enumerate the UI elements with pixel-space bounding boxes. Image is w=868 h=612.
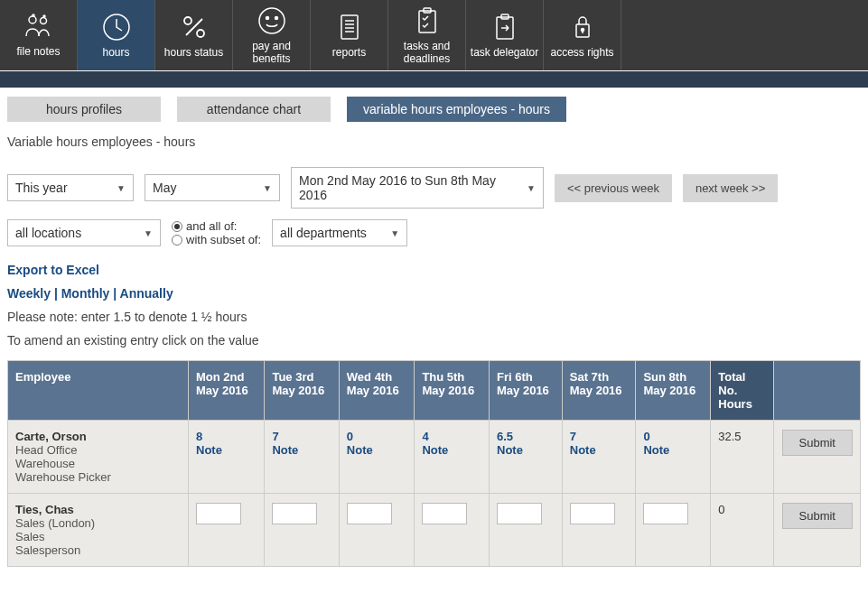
note-link[interactable]: Note — [347, 443, 407, 457]
employee-subline: Sales — [15, 530, 181, 543]
note-link[interactable]: Note — [196, 443, 257, 457]
nav-reports[interactable]: reports — [311, 0, 388, 70]
submit-button[interactable]: Submit — [782, 503, 853, 529]
hours-value[interactable]: 6.5 — [497, 430, 555, 443]
hours-cell: 0Note — [339, 421, 415, 494]
hours-cell — [490, 494, 563, 567]
prev-week-button[interactable]: << previous week — [555, 174, 672, 202]
hours-value[interactable]: 4 — [422, 430, 481, 443]
svg-point-5 — [184, 17, 191, 24]
col-employee: Employee — [8, 361, 189, 421]
submit-button[interactable]: Submit — [782, 430, 853, 456]
nav-pay-benefits[interactable]: pay and benefits — [233, 0, 311, 70]
col-total: Total No. Hours — [711, 361, 774, 421]
hours-value[interactable]: 7 — [272, 430, 331, 443]
sub-tabs: hours profiles attendance chart variable… — [0, 88, 868, 122]
hours-input[interactable] — [643, 503, 688, 524]
note-link[interactable]: Note — [643, 443, 703, 457]
hours-input[interactable] — [272, 503, 317, 524]
hours-value[interactable]: 8 — [196, 430, 257, 443]
radio-with-subset[interactable] — [172, 235, 182, 246]
year-select[interactable]: This year▼ — [7, 174, 134, 201]
page-title: Variable hours employees - hours — [7, 134, 861, 149]
svg-line-7 — [186, 19, 202, 35]
hours-cell — [562, 494, 636, 567]
filter-radio-group: and all of: with subset of: — [172, 219, 261, 246]
tab-variable-hours[interactable]: variable hours employees - hours — [347, 97, 566, 122]
export-excel-link[interactable]: Export to Excel — [7, 263, 99, 277]
hours-value[interactable]: 7 — [570, 430, 629, 443]
lock-icon — [569, 12, 596, 42]
chevron-down-icon: ▼ — [144, 228, 153, 238]
nav-hours[interactable]: hours — [78, 0, 155, 70]
submit-cell: Submit — [774, 421, 861, 494]
nav-access-rights[interactable]: access rights — [544, 0, 621, 70]
hours-value[interactable]: 0 — [347, 430, 407, 443]
hours-cell: 7Note — [265, 421, 339, 494]
clipboard-arrow-icon — [491, 12, 518, 42]
col-day-0: Mon 2nd May 2016 — [189, 361, 265, 421]
hours-cell — [189, 494, 265, 567]
note-link[interactable]: Note — [570, 443, 629, 457]
svg-point-3 — [43, 15, 45, 17]
svg-point-8 — [259, 8, 285, 33]
chevron-down-icon: ▼ — [117, 183, 126, 193]
total-cell: 32.5 — [711, 421, 774, 494]
hours-cell — [636, 494, 711, 567]
note-link[interactable]: Note — [497, 443, 555, 457]
hours-input[interactable] — [422, 503, 467, 524]
hours-cell: 4Note — [415, 421, 490, 494]
radio-and-all[interactable] — [172, 221, 182, 232]
hours-cell: 0Note — [636, 421, 711, 494]
note-link[interactable]: Note — [272, 443, 331, 457]
next-week-button[interactable]: next week >> — [683, 174, 778, 202]
month-select[interactable]: May▼ — [145, 174, 280, 201]
svg-point-6 — [197, 30, 204, 37]
annually-link[interactable]: Annually — [120, 286, 173, 301]
hours-cell: 7Note — [562, 421, 636, 494]
employee-name: Carte, Orson — [15, 430, 181, 443]
smile-icon — [257, 5, 287, 36]
hours-cell — [415, 494, 490, 567]
col-actions — [774, 361, 861, 421]
hours-value[interactable]: 0 — [643, 430, 703, 443]
monthly-link[interactable]: Monthly — [61, 286, 110, 301]
submit-cell: Submit — [774, 494, 861, 567]
tab-hours-profiles[interactable]: hours profiles — [7, 97, 161, 122]
employee-cell: Carte, OrsonHead OfficeWarehouseWarehous… — [8, 421, 189, 494]
hours-table: Employee Mon 2nd May 2016 Tue 3rd May 20… — [7, 360, 861, 567]
col-day-5: Sat 7th May 2016 — [562, 361, 636, 421]
hours-input[interactable] — [196, 503, 241, 524]
table-row: Ties, ChasSales (London)SalesSalesperson… — [8, 494, 861, 567]
hours-cell: 8Note — [189, 421, 265, 494]
nav-tasks-deadlines[interactable]: tasks and deadlines — [388, 0, 466, 70]
employee-subline: Salesperson — [15, 543, 181, 557]
hours-input[interactable] — [497, 503, 542, 524]
week-range-select[interactable]: Mon 2nd May 2016 to Sun 8th May 2016▼ — [291, 167, 544, 209]
nav-hours-status[interactable]: hours status — [155, 0, 233, 70]
period-links: Weekly | Monthly | Annually — [7, 286, 861, 301]
percent-icon — [179, 12, 210, 42]
hours-input[interactable] — [570, 503, 615, 524]
svg-point-9 — [266, 16, 268, 19]
employee-subline: Sales (London) — [15, 516, 181, 530]
note-line-1: Please note: enter 1.5 to denote 1 ½ hou… — [7, 310, 861, 324]
clipboard-check-icon — [414, 5, 441, 36]
tab-attendance-chart[interactable]: attendance chart — [177, 97, 331, 122]
total-cell: 0 — [711, 494, 774, 567]
nav-file-notes[interactable]: file notes — [0, 0, 78, 70]
employee-cell: Ties, ChasSales (London)SalesSalesperson — [8, 494, 189, 567]
people-icon — [23, 13, 55, 42]
note-link[interactable]: Note — [422, 443, 481, 457]
chevron-down-icon: ▼ — [527, 183, 536, 193]
location-select[interactable]: all locations▼ — [7, 219, 161, 246]
weekly-link[interactable]: Weekly — [7, 286, 51, 301]
employee-subline: Warehouse Picker — [15, 470, 181, 484]
employee-name: Ties, Chas — [15, 503, 181, 516]
top-nav: file notes hours hours status pay and be… — [0, 0, 868, 70]
col-day-1: Tue 3rd May 2016 — [265, 361, 339, 421]
hours-input[interactable] — [347, 503, 392, 524]
svg-rect-11 — [341, 15, 358, 39]
department-select[interactable]: all departments▼ — [272, 219, 407, 246]
nav-task-delegator[interactable]: task delegator — [466, 0, 544, 70]
